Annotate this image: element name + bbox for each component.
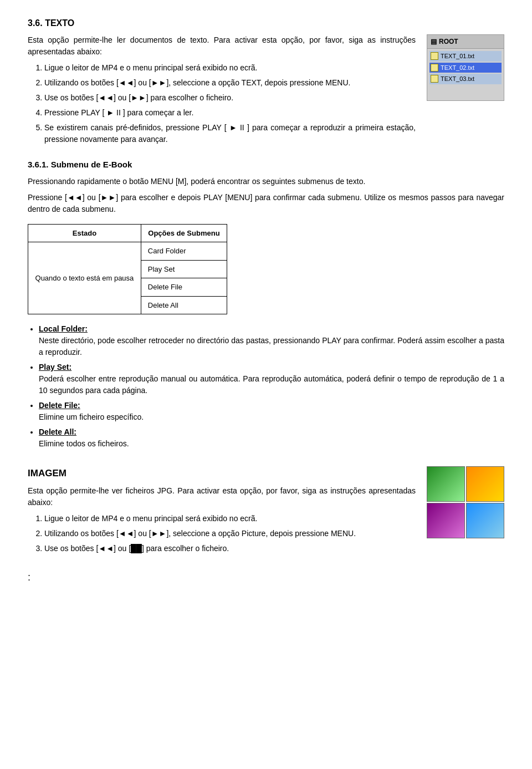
option-play-set: Play Set <box>141 260 227 278</box>
section-361: 3.6.1. Submenu de E-Book Pressionando ra… <box>28 159 504 450</box>
bullet-delete-file: Delete File: Elimine um ficheiro específ… <box>39 400 504 423</box>
step-item: Pressione PLAY [ ► II ] para começar a l… <box>44 107 416 119</box>
submenu-table-container: Estado Opções de Submenu Quando o texto … <box>28 224 504 315</box>
bullet-play-set: Play Set: Poderá escolher entre reproduç… <box>39 361 504 396</box>
bullet-local-folder: Local Folder: Neste directório, pode esc… <box>39 323 504 358</box>
section-361-para1: Pressionando rapidamente o botão MENU [M… <box>28 176 504 187</box>
imagem-step: Utilizando os botões [◄◄] ou [►►], selec… <box>44 528 416 539</box>
pic-cell-2 <box>466 466 504 502</box>
imagem-step: Use os botões [◄◄] ou [██] para escolher… <box>44 543 416 554</box>
bullet-title: Local Folder: <box>39 324 88 333</box>
imagem-header: IMAGEM Esta opção permite-lhe ver fichei… <box>28 466 504 559</box>
option-delete-file: Delete File <box>141 278 227 297</box>
pic-cell-3 <box>427 503 465 538</box>
root-image-container: ▤ ROOT TEXT_01.txt TEXT_02.txt TEXT_03.t… <box>427 34 504 101</box>
file-name: TEXT_03.txt <box>441 74 474 84</box>
folder-icon <box>431 52 438 60</box>
step-item: Ligue o leitor de MP4 e o menu principal… <box>44 62 416 74</box>
imagem-steps: Ligue o leitor de MP4 e o menu principal… <box>44 513 416 554</box>
file-row-selected: TEXT_02.txt <box>429 63 502 73</box>
root-content: TEXT_01.txt TEXT_02.txt TEXT_03.txt <box>427 49 504 86</box>
file-name: TEXT_02.txt <box>441 63 474 73</box>
imagem-step: Ligue o leitor de MP4 e o menu principal… <box>44 513 416 524</box>
root-icon: ▤ <box>431 37 437 47</box>
root-label: ROOT <box>439 37 458 47</box>
file-row: TEXT_03.txt <box>429 74 502 84</box>
option-delete-all: Delete All <box>141 296 227 314</box>
colon-line: : <box>28 570 504 585</box>
table-header-opcoes: Opções de Submenu <box>141 224 227 242</box>
table-row: Quando o texto está em pausa Card Folder <box>28 242 227 261</box>
file-row: TEXT_01.txt <box>429 51 502 62</box>
section-36-title: 3.6. TEXTO <box>28 17 504 30</box>
section-361-title: 3.6.1. Submenu de E-Book <box>28 159 504 171</box>
bullet-title: Delete File: <box>39 401 80 410</box>
imagem-intro: Esta opção permite-lhe ver ficheiros JPG… <box>28 485 416 508</box>
folder-icon <box>431 64 438 72</box>
folder-icon <box>431 75 438 83</box>
bullet-delete-all: Delete All: Elimine todos os ficheiros. <box>39 426 504 450</box>
estado-cell: Quando o texto está em pausa <box>28 242 141 314</box>
section-36-content: Esta opção permite-lhe ler documentos de… <box>28 34 416 150</box>
file-name: TEXT_01.txt <box>441 52 474 61</box>
picture-collage <box>427 466 504 538</box>
bullet-text: Poderá escolher entre reprodução manual … <box>39 374 504 395</box>
section-36-intro: Esta opção permite-lhe ler documentos de… <box>28 34 416 58</box>
submenu-table: Estado Opções de Submenu Quando o texto … <box>28 224 227 315</box>
imagem-title: IMAGEM <box>28 466 416 481</box>
pic-cell-1 <box>427 466 465 502</box>
bullet-text: Elimine um ficheiro específico. <box>39 412 144 421</box>
section-36-steps: Ligue o leitor de MP4 e o menu principal… <box>44 62 416 145</box>
bullet-title: Delete All: <box>39 427 76 436</box>
step-item: Utilizando os botões [◄◄] ou [►►], selec… <box>44 77 416 89</box>
bullet-title: Play Set: <box>39 363 71 371</box>
section-imagem: IMAGEM Esta opção permite-lhe ver fichei… <box>28 466 504 585</box>
bullet-text: Elimine todos os ficheiros. <box>39 439 129 448</box>
table-header-estado: Estado <box>28 224 141 242</box>
imagem-content: IMAGEM Esta opção permite-lhe ver fichei… <box>28 466 416 559</box>
root-screenshot: ▤ ROOT TEXT_01.txt TEXT_02.txt TEXT_03.t… <box>427 34 504 101</box>
step-item: Se existirem canais pré-definidos, press… <box>44 122 416 145</box>
section-36: 3.6. TEXTO Esta opção permite-lhe ler do… <box>28 17 504 150</box>
option-card-folder: Card Folder <box>141 242 227 261</box>
section-361-para2: Pressione [◄◄] ou [►►] para escolher e d… <box>28 192 504 215</box>
bullet-text: Neste directório, pode escolher retroced… <box>39 336 504 357</box>
pic-cell-4 <box>466 503 504 538</box>
bullet-list: Local Folder: Neste directório, pode esc… <box>39 323 504 450</box>
step-item: Use os botões [◄◄] ou [►►] para escolher… <box>44 92 416 104</box>
root-bar: ▤ ROOT <box>427 35 504 49</box>
